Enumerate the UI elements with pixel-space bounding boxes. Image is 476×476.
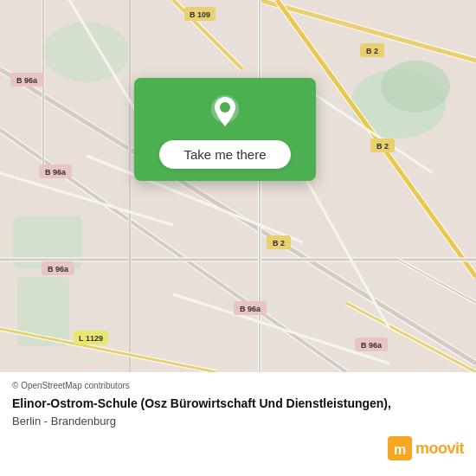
svg-text:B 109: B 109 [190, 10, 210, 19]
place-name: Elinor-Ostrom-Schule (Osz Bürowirtschaft… [12, 396, 464, 413]
svg-text:L 1129: L 1129 [79, 334, 103, 343]
svg-text:B 2: B 2 [273, 239, 285, 248]
map-view[interactable]: B 109 B 96a B 96a B 96a B 96a B 96a B 2 … [0, 0, 476, 372]
place-region: Berlin - Brandenburg [12, 415, 464, 428]
svg-point-57 [220, 102, 230, 113]
bottom-info-bar: © OpenStreetMap contributors Elinor-Ostr… [0, 372, 476, 476]
svg-text:B 96a: B 96a [361, 341, 383, 350]
svg-text:B 96a: B 96a [45, 168, 67, 177]
location-pin-icon [206, 93, 244, 132]
svg-text:B 96a: B 96a [48, 265, 69, 273]
take-me-there-button[interactable]: Take me there [159, 140, 290, 169]
moovit-icon: m [388, 436, 412, 460]
svg-text:B 2: B 2 [376, 142, 389, 151]
moovit-logo: m moovit [388, 436, 464, 460]
moovit-brand-text: moovit [415, 440, 464, 458]
map-attribution: © OpenStreetMap contributors [12, 381, 464, 390]
location-popup: Take me there [134, 78, 316, 181]
svg-text:m: m [394, 442, 406, 457]
svg-point-2 [381, 61, 450, 113]
svg-text:B 96a: B 96a [240, 305, 261, 313]
svg-text:B 2: B 2 [366, 47, 378, 55]
svg-text:B 96a: B 96a [16, 76, 38, 85]
